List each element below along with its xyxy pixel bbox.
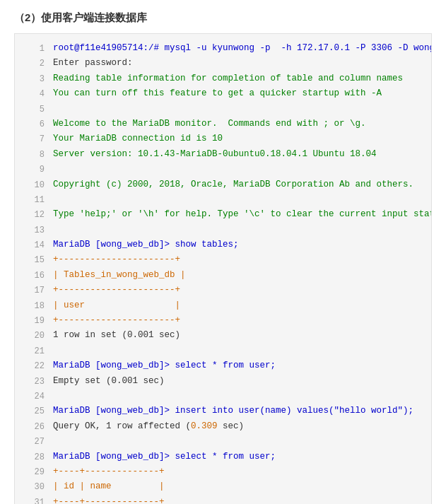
line-content: Type 'help;' or '\h' for help. Type '\c'… [53, 207, 432, 222]
line-content: | id | name | [53, 479, 421, 494]
line-content: MariaDB [wong_web_db]> show tables; [53, 238, 421, 252]
line-content: Copyright (c) 2000, 2018, Oracle, MariaD… [53, 177, 421, 192]
line-content: Reading table information for completion… [53, 71, 421, 86]
line-number: 7 [25, 131, 45, 146]
line-content: +----+--------------+ [53, 495, 421, 504]
code-line: 24 [25, 389, 421, 404]
code-line: 27 [25, 434, 421, 449]
line-number: 26 [25, 419, 45, 434]
line-content: root@f11e41905714:/# mysql -u kyunwong -… [53, 41, 432, 56]
code-line: 6Welcome to the MariaDB monitor. Command… [25, 117, 421, 131]
code-line: 31+----+--------------+ [25, 495, 421, 504]
code-line: 9 [25, 162, 421, 177]
line-number: 4 [25, 86, 45, 101]
code-line: 201 row in set (0.001 sec) [25, 328, 421, 343]
line-content: Welcome to the MariaDB monitor. Commands… [53, 117, 421, 131]
code-line: 22MariaDB [wong_web_db]> select * from u… [25, 358, 421, 373]
line-number: 28 [25, 450, 45, 464]
line-number: 16 [25, 268, 45, 283]
code-line: 4You can turn off this feature to get a … [25, 86, 421, 101]
line-content: +----------------------+ [53, 283, 421, 298]
line-number: 29 [25, 464, 45, 479]
line-number: 20 [25, 328, 45, 343]
line-content: 1 row in set (0.001 sec) [53, 328, 421, 343]
code-line: 25MariaDB [wong_web_db]> insert into use… [25, 404, 421, 418]
line-number: 17 [25, 283, 45, 298]
code-line: 15+----------------------+ [25, 252, 421, 267]
line-number: 14 [25, 238, 45, 252]
code-line: 7Your MariaDB connection id is 10 [25, 131, 421, 146]
line-content: Query OK, 1 row affected (0.309 sec) [53, 419, 421, 434]
line-content: | Tables_in_wong_web_db | [53, 268, 421, 283]
code-line: 19+----------------------+ [25, 313, 421, 328]
line-number: 25 [25, 404, 45, 418]
line-content: +----+--------------+ [53, 464, 421, 479]
line-number: 6 [25, 117, 45, 131]
code-block: 1root@f11e41905714:/# mysql -u kyunwong … [14, 33, 432, 504]
line-number: 2 [25, 56, 45, 71]
line-number: 27 [25, 434, 45, 449]
line-number: 1 [25, 41, 45, 56]
line-number: 12 [25, 207, 45, 222]
code-line: 14MariaDB [wong_web_db]> show tables; [25, 238, 421, 252]
line-number: 21 [25, 344, 45, 358]
line-number: 31 [25, 495, 45, 504]
code-line: 1root@f11e41905714:/# mysql -u kyunwong … [25, 41, 421, 56]
line-number: 8 [25, 147, 45, 162]
line-number: 24 [25, 389, 45, 404]
line-number: 15 [25, 252, 45, 267]
code-line: 11 [25, 192, 421, 207]
line-content: +----------------------+ [53, 252, 421, 267]
code-line: 8Server version: 10.1.43-MariaDB-0ubuntu… [25, 147, 421, 162]
code-line: 21 [25, 344, 421, 358]
line-number: 3 [25, 71, 45, 86]
code-line: 23Empty set (0.001 sec) [25, 374, 421, 389]
code-line: 29+----+--------------+ [25, 464, 421, 479]
line-content: Enter password: [53, 56, 421, 71]
line-content: You can turn off this feature to get a q… [53, 86, 421, 101]
code-line: 3Reading table information for completio… [25, 71, 421, 86]
line-number: 19 [25, 313, 45, 328]
code-line: 18| user | [25, 298, 421, 313]
line-number: 10 [25, 177, 45, 192]
code-line: 5 [25, 102, 421, 117]
line-content: MariaDB [wong_web_db]> insert into user(… [53, 404, 421, 418]
code-line: 10Copyright (c) 2000, 2018, Oracle, Mari… [25, 177, 421, 192]
line-number: 9 [25, 162, 45, 177]
line-number: 11 [25, 192, 45, 207]
line-number: 13 [25, 223, 45, 238]
code-line: 2Enter password: [25, 56, 421, 71]
line-number: 5 [25, 102, 45, 117]
code-line: 13 [25, 223, 421, 238]
code-line: 17+----------------------+ [25, 283, 421, 298]
line-content: Server version: 10.1.43-MariaDB-0ubuntu0… [53, 147, 421, 162]
line-content: | user | [53, 298, 421, 313]
code-line: 16| Tables_in_wong_web_db | [25, 268, 421, 283]
line-content: Empty set (0.001 sec) [53, 374, 421, 389]
line-number: 22 [25, 358, 45, 373]
line-number: 23 [25, 374, 45, 389]
line-content: +----------------------+ [53, 313, 421, 328]
line-number: 30 [25, 479, 45, 494]
code-line: 28MariaDB [wong_web_db]> select * from u… [25, 450, 421, 464]
section-title: （2）使用客户端连接数据库 [14, 11, 432, 25]
line-number: 18 [25, 298, 45, 313]
line-content: MariaDB [wong_web_db]> select * from use… [53, 358, 421, 373]
code-line: 30| id | name | [25, 479, 421, 494]
code-line: 26Query OK, 1 row affected (0.309 sec) [25, 419, 421, 434]
line-content: MariaDB [wong_web_db]> select * from use… [53, 450, 421, 464]
line-content: Your MariaDB connection id is 10 [53, 131, 421, 146]
code-line: 12Type 'help;' or '\h' for help. Type '\… [25, 207, 421, 222]
